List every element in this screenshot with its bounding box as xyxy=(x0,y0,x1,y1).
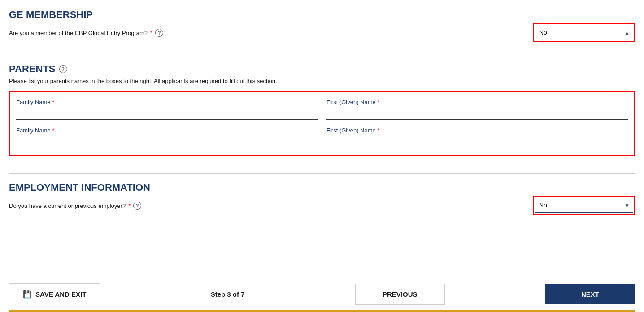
parent1-family-name-label: Family Name * xyxy=(16,99,318,105)
parent2-family-name-label: Family Name * xyxy=(16,127,318,134)
employment-title: EMPLOYMENT INFORMATION xyxy=(9,182,635,193)
emp-required-star: * xyxy=(128,202,131,209)
parent2-first-name-input[interactable] xyxy=(326,136,628,148)
parent1-first-name-input[interactable] xyxy=(326,107,628,120)
ge-membership-select[interactable]: No Yes xyxy=(535,25,633,40)
parent2-family-name-required: * xyxy=(52,127,54,134)
parent2-row: Family Name * First (Given) Name * xyxy=(16,127,628,148)
parent1-family-name-required: * xyxy=(52,99,54,105)
emp-question: Do you have a current or previous employ… xyxy=(9,202,141,210)
parent1-family-name-group: Family Name * xyxy=(16,99,318,120)
parent2-first-name-label: First (Given) Name * xyxy=(326,127,628,134)
employment-select[interactable]: No Yes xyxy=(535,198,633,213)
employment-section: EMPLOYMENT INFORMATION Do you have a cur… xyxy=(9,182,635,215)
divider-1 xyxy=(9,55,635,55)
ge-required-star: * xyxy=(150,30,152,36)
parent1-first-name-required: * xyxy=(377,99,379,105)
ge-membership-section: GE MEMBERSHIP Are you a member of the CB… xyxy=(9,9,635,42)
parent1-first-name-group: First (Given) Name * xyxy=(326,99,628,120)
parents-subtitle: Please list your parents names in the bo… xyxy=(9,78,635,84)
emp-help-icon[interactable]: ? xyxy=(133,202,141,210)
bottom-bar xyxy=(9,310,635,312)
emp-select-container: No Yes ▼ xyxy=(535,198,633,213)
ge-question: Are you a member of the CBP Global Entry… xyxy=(9,29,163,37)
parent1-family-name-input[interactable] xyxy=(16,107,318,120)
parent2-first-name-group: First (Given) Name * xyxy=(326,127,628,148)
emp-select-wrapper: No Yes ▼ xyxy=(533,196,635,215)
parent2-first-name-required: * xyxy=(377,127,379,134)
parents-form: Family Name * First (Given) Name * xyxy=(9,91,635,156)
ge-help-icon[interactable]: ? xyxy=(155,29,163,37)
parent2-family-name-input[interactable] xyxy=(16,136,318,148)
divider-2 xyxy=(9,173,635,174)
footer: 💾 SAVE AND EXIT Step 3 of 7 PREVIOUS NEX… xyxy=(9,276,635,305)
parents-section: PARENTS ? Please list your parents names… xyxy=(9,63,635,161)
parent1-row: Family Name * First (Given) Name * xyxy=(16,99,628,120)
parents-help-icon[interactable]: ? xyxy=(59,65,67,73)
ge-select-container: No Yes ▲ xyxy=(535,25,633,40)
parents-title: PARENTS ? xyxy=(9,63,635,75)
parent1-first-name-label: First (Given) Name * xyxy=(326,99,628,105)
ge-membership-title: GE MEMBERSHIP xyxy=(9,9,635,21)
parent2-family-name-group: Family Name * xyxy=(16,127,318,148)
previous-button[interactable]: PREVIOUS xyxy=(355,284,445,305)
ge-select-wrapper: No Yes ▲ xyxy=(533,23,635,42)
save-icon: 💾 xyxy=(23,290,32,299)
next-button[interactable]: NEXT xyxy=(545,284,635,304)
step-indicator: Step 3 of 7 xyxy=(201,290,255,298)
save-and-exit-button[interactable]: 💾 SAVE AND EXIT xyxy=(9,283,100,305)
